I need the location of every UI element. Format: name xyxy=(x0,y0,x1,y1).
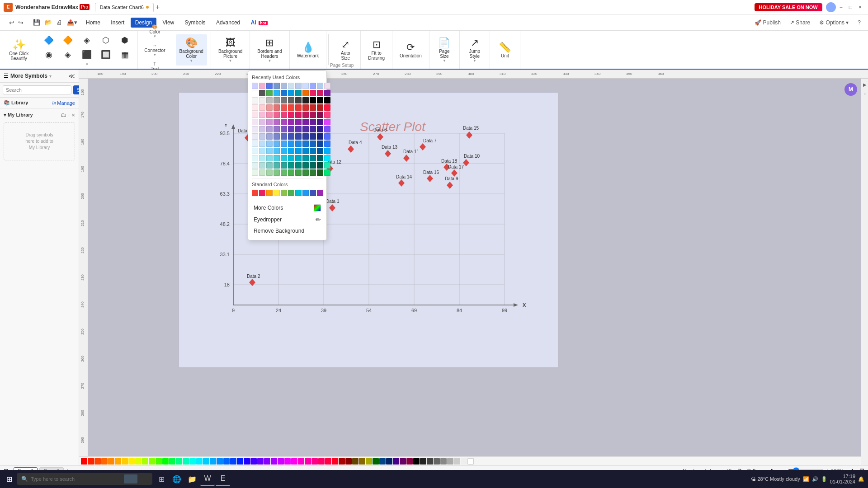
palette-16[interactable] xyxy=(189,458,196,465)
gradient-color-swatch[interactable] xyxy=(317,169,323,176)
palette-18[interactable] xyxy=(203,458,209,465)
gradient-color-swatch[interactable] xyxy=(295,126,302,132)
gradient-color-swatch[interactable] xyxy=(310,169,316,176)
palette-22[interactable] xyxy=(230,458,236,465)
recent-color-4[interactable] xyxy=(274,83,280,89)
recent-color-7[interactable] xyxy=(295,83,302,89)
gradient-color-swatch[interactable] xyxy=(324,155,330,161)
recent-color-10[interactable] xyxy=(317,83,323,89)
palette-13[interactable] xyxy=(169,458,175,465)
gradient-color-swatch[interactable] xyxy=(302,104,309,111)
gradient-color-swatch[interactable] xyxy=(324,141,330,147)
gradient-color-swatch[interactable] xyxy=(252,104,258,111)
palette-20[interactable] xyxy=(217,458,223,465)
gradient-color-swatch[interactable] xyxy=(295,119,302,125)
recent-color-3[interactable] xyxy=(266,83,273,89)
gradient-color-swatch[interactable] xyxy=(302,162,309,169)
gradient-color-swatch[interactable] xyxy=(274,126,280,132)
gradient-color-swatch[interactable] xyxy=(266,162,273,169)
gradient-color-swatch[interactable] xyxy=(288,112,294,118)
recent-color-1[interactable] xyxy=(252,83,258,89)
more-colors-option[interactable]: More Colors xyxy=(252,202,323,214)
gradient-color-swatch[interactable] xyxy=(252,169,258,176)
palette-lightgray[interactable] xyxy=(461,458,467,465)
gradient-color-swatch[interactable] xyxy=(274,133,280,140)
palette-40[interactable] xyxy=(352,458,359,465)
gradient-color-swatch[interactable] xyxy=(295,141,302,147)
style-btn-4[interactable]: ⬡ xyxy=(97,33,115,47)
std-green[interactable] xyxy=(288,190,294,196)
palette-gray2[interactable] xyxy=(434,458,440,465)
palette-21[interactable] xyxy=(223,458,230,465)
gradient-color-swatch[interactable] xyxy=(281,126,287,132)
gradient-color-swatch[interactable] xyxy=(259,97,265,103)
gradient-color-swatch[interactable] xyxy=(274,97,280,103)
gradient-color-swatch[interactable] xyxy=(295,104,302,111)
gradient-color-swatch[interactable] xyxy=(302,141,309,147)
palette-32[interactable] xyxy=(298,458,304,465)
palette-gray4[interactable] xyxy=(447,458,453,465)
palette-28[interactable] xyxy=(271,458,277,465)
undo-button[interactable]: ↩ xyxy=(7,18,16,27)
palette-41[interactable] xyxy=(359,458,365,465)
side-icon-2[interactable]: ⬦ xyxy=(863,91,866,96)
gradient-color-swatch[interactable] xyxy=(324,126,330,132)
gradient-color-swatch[interactable] xyxy=(274,162,280,169)
gradient-color-swatch[interactable] xyxy=(266,126,273,132)
menu-home[interactable]: Home xyxy=(81,18,105,28)
palette-14[interactable] xyxy=(176,458,182,465)
menu-symbols[interactable]: Symbols xyxy=(180,18,210,28)
cg-orange[interactable] xyxy=(302,90,309,96)
palette-gray3[interactable] xyxy=(440,458,447,465)
cg-darkpink[interactable] xyxy=(317,90,323,96)
gradient-color-swatch[interactable] xyxy=(266,169,273,176)
palette-black[interactable] xyxy=(413,458,420,465)
gradient-color-swatch[interactable] xyxy=(324,133,330,140)
gradient-color-swatch[interactable] xyxy=(317,162,323,169)
gradient-color-swatch[interactable] xyxy=(302,169,309,176)
gradient-color-swatch[interactable] xyxy=(252,155,258,161)
palette-34[interactable] xyxy=(311,458,318,465)
gradient-color-swatch[interactable] xyxy=(266,104,273,111)
style-btn-7[interactable]: ◈ xyxy=(59,48,77,61)
gradient-color-swatch[interactable] xyxy=(317,155,323,161)
gradient-color-swatch[interactable] xyxy=(288,97,294,103)
gradient-color-swatch[interactable] xyxy=(281,104,287,111)
gradient-color-swatch[interactable] xyxy=(317,133,323,140)
gradient-color-swatch[interactable] xyxy=(288,104,294,111)
gradient-color-swatch[interactable] xyxy=(302,112,309,118)
notification-icon[interactable]: 🔔 xyxy=(858,476,864,482)
options-button[interactable]: ⚙ Options ▾ xyxy=(816,18,852,28)
palette-white[interactable] xyxy=(467,458,474,465)
gradient-color-swatch[interactable] xyxy=(317,104,323,111)
gradient-color-swatch[interactable] xyxy=(252,112,258,118)
palette-38[interactable] xyxy=(339,458,345,465)
std-blue[interactable] xyxy=(302,190,309,196)
gradient-color-swatch[interactable] xyxy=(266,133,273,140)
export-button[interactable]: 📤▾ xyxy=(65,18,80,27)
palette-39[interactable] xyxy=(345,458,352,465)
palette-7[interactable] xyxy=(128,458,135,465)
palette-2[interactable] xyxy=(94,458,101,465)
palette-44[interactable] xyxy=(379,458,386,465)
style-btn-10[interactable]: ▦ xyxy=(116,48,134,61)
recent-color-8[interactable] xyxy=(302,83,309,89)
gradient-color-swatch[interactable] xyxy=(288,155,294,161)
std-lightgreen[interactable] xyxy=(281,190,287,196)
palette-27[interactable] xyxy=(264,458,270,465)
taskbar-taskview[interactable]: ⊞ xyxy=(154,472,169,486)
gradient-color-swatch[interactable] xyxy=(266,112,273,118)
palette-24[interactable] xyxy=(244,458,250,465)
gradient-color-swatch[interactable] xyxy=(302,155,309,161)
gradient-color-swatch[interactable] xyxy=(281,148,287,154)
canvas-area[interactable]: 180 190 200 210 220 230 240 250 260 270 … xyxy=(79,70,868,469)
cg-pink[interactable] xyxy=(310,90,316,96)
cg-green[interactable] xyxy=(266,90,273,96)
gradient-color-swatch[interactable] xyxy=(252,148,258,154)
gradient-color-swatch[interactable] xyxy=(288,148,294,154)
gradient-color-swatch[interactable] xyxy=(252,141,258,147)
orientation-button[interactable]: ⟳ Orientation xyxy=(396,39,425,61)
background-color-button[interactable]: 🎨 Background Color ▼ xyxy=(176,34,207,66)
gradient-color-swatch[interactable] xyxy=(288,133,294,140)
gradient-color-swatch[interactable] xyxy=(274,141,280,147)
